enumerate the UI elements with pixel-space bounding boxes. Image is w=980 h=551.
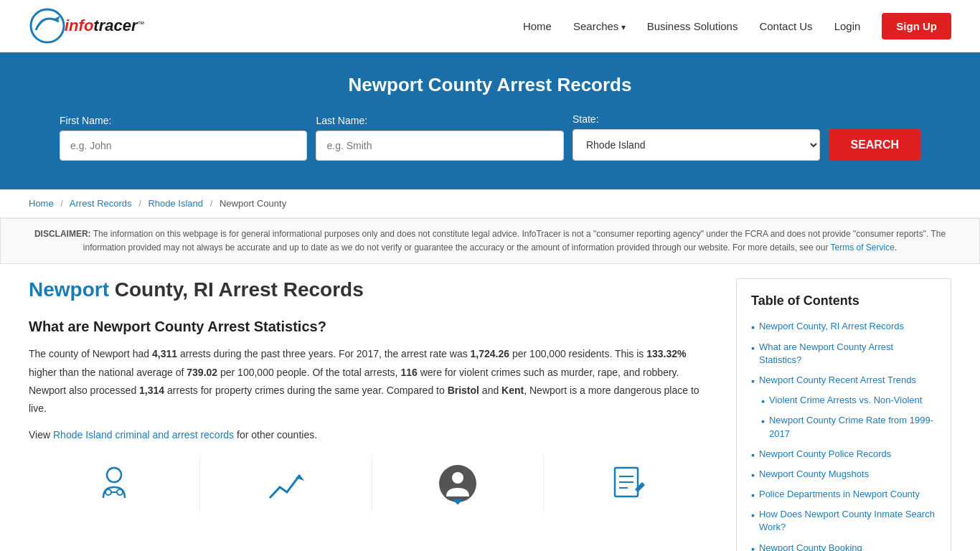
signup-button[interactable]: Sign Up: [882, 13, 951, 39]
icon-cell-1: [29, 455, 200, 512]
toc-link-4[interactable]: Violent Crime Arrests vs. Non-Violent: [769, 394, 922, 407]
edit-icon: [608, 462, 651, 505]
state-label: State:: [573, 113, 820, 125]
hero-section: Newport County Arrest Records First Name…: [0, 52, 980, 189]
toc-list: Newport County, RI Arrest Records What a…: [751, 320, 936, 551]
svg-point-0: [31, 9, 64, 42]
toc-item-1: Newport County, RI Arrest Records: [751, 320, 936, 333]
ri-criminal-records-link[interactable]: Rhode Island criminal and arrest records: [53, 429, 234, 441]
search-button[interactable]: SEARCH: [829, 128, 920, 161]
login-button[interactable]: Login: [834, 20, 861, 32]
logo-tm: ™: [137, 20, 144, 28]
view-link-para: View Rhode Island criminal and arrest re…: [29, 429, 715, 441]
content-wrapper: Newport County, RI Arrest Records What a…: [0, 264, 980, 551]
main-nav: Home Searches Business Solutions Contact…: [523, 13, 951, 39]
breadcrumb: Home / Arrest Records / Rhode Island / N…: [0, 189, 980, 218]
disclaimer-tos-link[interactable]: Terms of Service: [831, 242, 895, 253]
logo[interactable]: infotracer™: [29, 7, 144, 44]
toc-link-5[interactable]: Newport County Crime Rate from 1999-2017: [769, 414, 936, 440]
section1-para: The county of Newport had 4,311 arrests …: [29, 345, 715, 418]
icon-cell-4: [544, 455, 715, 512]
toc-link-7[interactable]: Newport County Mugshots: [759, 468, 869, 481]
trend-up-icon: [264, 462, 307, 505]
svg-point-3: [117, 489, 123, 495]
toc-item-2: What are Newport County Arrest Statistic…: [751, 341, 936, 367]
breadcrumb-sep-2: /: [138, 198, 141, 209]
nav-business-solutions[interactable]: Business Solutions: [647, 20, 738, 32]
view-link-suffix: for other counties.: [234, 429, 317, 441]
icon-cell-3: [372, 455, 544, 512]
breadcrumb-arrest-records[interactable]: Arrest Records: [70, 198, 132, 209]
logo-tracer: tracer: [93, 17, 137, 34]
title-rest: County, RI Arrest Records: [109, 278, 364, 301]
breadcrumb-rhode-island[interactable]: Rhode Island: [148, 198, 203, 209]
svg-point-1: [107, 468, 121, 482]
toc-item-6: Newport County Police Records: [751, 448, 936, 461]
toc-item-5: Newport County Crime Rate from 1999-2017: [751, 414, 936, 440]
disclaimer-label: DISCLAIMER:: [34, 229, 91, 239]
nav-contact-us[interactable]: Contact Us: [759, 20, 812, 32]
toc-item-7: Newport County Mugshots: [751, 468, 936, 481]
toc-item-4: Violent Crime Arrests vs. Non-Violent: [751, 394, 936, 407]
state-select[interactable]: AlabamaAlaskaArizonaArkansas CaliforniaC…: [573, 129, 820, 161]
hero-title: Newport County Arrest Records: [29, 74, 951, 96]
breadcrumb-sep-3: /: [210, 198, 213, 209]
first-name-group: First Name:: [60, 115, 307, 161]
logo-icon: [29, 7, 66, 44]
toc-link-9[interactable]: How Does Newport County Inmate Search Wo…: [759, 508, 936, 534]
title-highlight: Newport: [29, 278, 109, 301]
toc-link-1[interactable]: Newport County, RI Arrest Records: [759, 320, 904, 333]
breadcrumb-sep-1: /: [60, 198, 63, 209]
toc-link-8[interactable]: Police Departments in Newport County: [759, 488, 920, 501]
svg-point-2: [105, 489, 111, 495]
breadcrumb-newport-county: Newport County: [220, 198, 286, 209]
nav-searches[interactable]: Searches: [573, 20, 626, 32]
last-name-label: Last Name:: [316, 115, 563, 126]
section1-heading: What are Newport County Arrest Statistic…: [29, 319, 715, 335]
toc-item-3: Newport County Recent Arrest Trends: [751, 374, 936, 387]
toc-item-8: Police Departments in Newport County: [751, 488, 936, 501]
page-main-title: Newport County, RI Arrest Records: [29, 278, 715, 301]
arrest-icon: [93, 462, 136, 505]
logo-info: info: [65, 17, 93, 34]
icon-cell-2: [200, 455, 372, 512]
toc-link-3[interactable]: Newport County Recent Arrest Trends: [759, 374, 916, 387]
disclaimer-text: The information on this webpage is for g…: [83, 229, 946, 253]
svg-point-7: [452, 472, 463, 484]
last-name-group: Last Name:: [316, 115, 563, 161]
view-link-prefix: View: [29, 429, 53, 441]
disclaimer-period: .: [895, 242, 897, 253]
toc-item-10: Newport County Booking: [751, 542, 936, 551]
state-group: State: AlabamaAlaskaArizonaArkansas Cali…: [573, 113, 820, 161]
disclaimer: DISCLAIMER: The information on this webp…: [0, 218, 980, 264]
nav-home[interactable]: Home: [523, 20, 552, 32]
sidebar-toc: Table of Contents Newport County, RI Arr…: [736, 278, 951, 551]
search-form: First Name: Last Name: State: AlabamaAla…: [60, 113, 920, 161]
first-name-label: First Name:: [60, 115, 307, 126]
breadcrumb-home[interactable]: Home: [29, 198, 54, 209]
toc-link-10[interactable]: Newport County Booking: [759, 542, 862, 551]
toc-item-9: How Does Newport County Inmate Search Wo…: [751, 508, 936, 534]
icon-row: [29, 455, 715, 512]
person-circle-icon: [436, 462, 479, 505]
first-name-input[interactable]: [60, 131, 307, 161]
toc-link-6[interactable]: Newport County Police Records: [759, 448, 891, 461]
main-content: Newport County, RI Arrest Records What a…: [29, 278, 736, 512]
header: infotracer™ Home Searches Business Solut…: [0, 0, 980, 52]
toc-title: Table of Contents: [751, 293, 936, 309]
toc-link-2[interactable]: What are Newport County Arrest Statistic…: [759, 341, 936, 367]
last-name-input[interactable]: [316, 131, 563, 161]
